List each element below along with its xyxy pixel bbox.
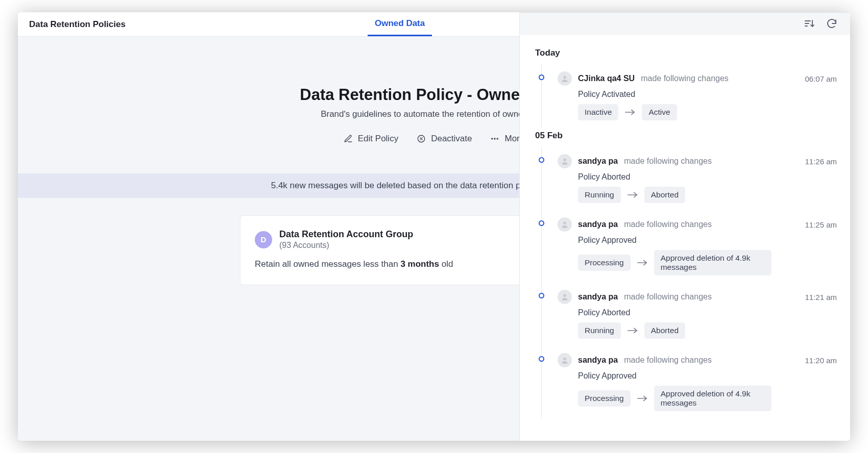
timeline-dot-icon: [539, 74, 544, 80]
page-title: Data Retention Policies: [18, 19, 126, 30]
activity-time: 11:25 am: [805, 220, 837, 229]
ellipsis-icon: [490, 134, 499, 143]
group-avatar: D: [255, 231, 272, 248]
activity-event: sandya pamade following changes11:21 amP…: [539, 283, 837, 346]
activity-verb: made following changes: [624, 220, 712, 229]
tab-owned-data[interactable]: Owned Data: [368, 12, 432, 36]
sort-button[interactable]: [803, 17, 815, 30]
activity-user: sandya pa: [578, 157, 618, 166]
user-avatar: [558, 353, 572, 367]
activity-description: Policy Approved: [578, 236, 837, 245]
svg-point-5: [563, 159, 566, 161]
activity-description: Policy Approved: [578, 371, 837, 381]
activity-event: sandya pamade following changes11:20 amP…: [539, 346, 837, 418]
activity-verb: made following changes: [624, 157, 712, 166]
svg-point-8: [563, 358, 566, 360]
edit-policy-button[interactable]: Edit Policy: [344, 134, 398, 144]
state-to-chip: Aborted: [644, 322, 685, 339]
arrow-right-icon: [627, 191, 638, 198]
user-avatar: [558, 217, 572, 232]
timeline-dot-icon: [539, 220, 544, 226]
user-avatar: [558, 71, 572, 86]
timeline-dot-icon: [539, 157, 544, 163]
state-to-chip: Approved deletion of 4.9k messages: [654, 250, 771, 275]
circle-x-icon: [417, 134, 426, 143]
group-title: Data Retention Account Group: [279, 229, 413, 240]
activity-verb: made following changes: [624, 356, 712, 365]
activity-event: sandya pamade following changes11:26 amP…: [539, 147, 837, 210]
state-from-chip: Processing: [578, 255, 631, 271]
activity-user: sandya pa: [578, 356, 618, 365]
pencil-icon: [344, 134, 353, 143]
arrow-right-icon: [637, 395, 648, 402]
svg-point-7: [563, 294, 566, 297]
activity-verb: made following changes: [624, 292, 712, 301]
activity-verb: made following changes: [641, 74, 729, 83]
svg-point-3: [497, 138, 498, 140]
deactivate-button[interactable]: Deactivate: [417, 134, 472, 144]
activity-event: sandya pamade following changes11:25 amP…: [539, 210, 837, 283]
arrow-right-icon: [624, 109, 636, 116]
user-avatar: [558, 290, 572, 304]
activity-user: sandya pa: [578, 220, 618, 229]
svg-point-4: [563, 76, 566, 79]
timeline-dot-icon: [539, 356, 544, 362]
edit-policy-label: Edit Policy: [358, 134, 398, 144]
svg-point-1: [492, 138, 493, 140]
group-subtitle: (93 Accounts): [279, 241, 413, 250]
activity-time: 11:26 am: [805, 157, 837, 166]
activity-time: 11:20 am: [805, 356, 837, 365]
sort-icon: [803, 17, 815, 30]
activity-description: Policy Aborted: [578, 172, 837, 182]
state-from-chip: Processing: [578, 390, 631, 407]
arrow-right-icon: [627, 327, 638, 334]
user-avatar: [558, 154, 572, 168]
activity-user: sandya pa: [578, 292, 618, 301]
activity-panel: Activity TodayCJinka qa4 SUmade followin…: [519, 12, 850, 441]
state-from-chip: Running: [578, 322, 621, 339]
state-from-chip: Inactive: [578, 104, 618, 120]
refresh-icon: [826, 17, 838, 30]
activity-user: CJinka qa4 SU: [578, 74, 635, 83]
activity-event: CJinka qa4 SUmade following changes06:07…: [539, 64, 837, 128]
activity-date-label: 05 Feb: [535, 131, 837, 141]
activity-description: Policy Aborted: [578, 308, 837, 317]
svg-point-2: [494, 138, 496, 140]
activity-date-label: Today: [535, 48, 837, 58]
state-to-chip: Approved deletion of 4.9k messages: [654, 386, 771, 411]
timeline-dot-icon: [539, 293, 544, 298]
activity-time: 11:21 am: [805, 293, 837, 301]
state-to-chip: Aborted: [644, 187, 685, 203]
refresh-button[interactable]: [826, 17, 838, 30]
arrow-right-icon: [637, 259, 648, 266]
svg-point-6: [563, 222, 566, 224]
state-from-chip: Running: [578, 187, 621, 203]
deactivate-label: Deactivate: [431, 134, 472, 144]
activity-description: Policy Activated: [578, 90, 837, 99]
state-to-chip: Active: [642, 104, 677, 120]
activity-time: 06:07 am: [805, 74, 837, 83]
